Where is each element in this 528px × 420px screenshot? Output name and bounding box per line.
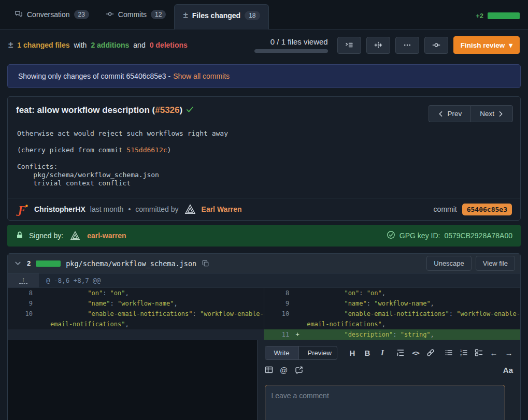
line-number[interactable]: 8 [264,288,293,298]
issue-ref-link[interactable]: #5326 [155,105,179,115]
view-file-button[interactable]: View file [476,256,515,271]
code-line: "name": "workflow-name", [45,298,264,309]
table-button[interactable] [265,366,273,374]
reference-button[interactable] [295,366,303,374]
expand-hunk-button[interactable]: ↑ [8,273,39,287]
write-tab[interactable]: Write [265,346,298,359]
signer-avatar[interactable] [68,229,82,242]
committer-name-link[interactable]: Earl Warren [202,205,242,213]
expand-up-icon: ↑ [19,277,27,284]
changed-files-link[interactable]: 1 changed files [17,41,69,49]
numbered-list-button[interactable]: 12 [460,349,468,357]
mention-button[interactable]: @ [280,366,288,374]
line-number[interactable]: 9 [8,298,37,309]
line-number[interactable]: 9 [264,298,293,309]
text-size-button[interactable]: Aa [503,366,513,374]
summary-text: with [74,41,87,49]
file-header: 2 pkg/schema/workflow_schema.json Unesca… [8,254,520,273]
copy-path-icon[interactable] [202,259,209,267]
tab-label: Commits [118,10,147,19]
split-view-toggle-button[interactable] [366,37,390,54]
bullet-list-button[interactable] [445,349,453,357]
changed-files-summary-row: ± 1 changed files with 2 additions and 0… [0,30,528,60]
tab-commits[interactable]: Commits 12 [97,4,175,25]
comment-textarea[interactable] [265,385,505,420]
commit-message-line: Otherwise act would reject such workflow… [17,129,228,137]
finish-review-button[interactable]: Finish review ▾ [453,36,520,54]
show-all-commits-link[interactable]: Show all commits [173,72,230,80]
lock-icon [16,231,24,241]
author-name-link[interactable]: ChristopherHX [34,205,85,213]
commit-label: commit [434,205,457,213]
quote-button[interactable] [396,349,405,357]
commit-nav: Prev Next [429,105,513,122]
line-number[interactable]: 11 [264,329,293,340]
hunk-header-row: ↑ @ -8,6 +8,7 @@ [8,273,520,288]
commit-sha-badge[interactable]: 65406c85e3 [462,204,512,215]
undo-arrow-left-icon[interactable]: ← [490,349,498,357]
more-options-button[interactable] [395,37,419,54]
cherry-pick-hash-link[interactable]: 515dd6612c [126,146,167,154]
diff-sign [37,309,45,329]
pr-files-changed-page: Conversation 23 Commits 12 ± Files chang… [0,0,528,420]
split-diff: 8 "on": "on",9 "name": "workflow-name",1… [8,288,520,340]
code-line: "enable-email-notifications": "workflow-… [302,309,520,329]
next-commit-button[interactable]: Next [470,105,513,122]
unescape-button[interactable]: Unescape [426,256,472,271]
cherry-pick-close: ) [167,146,172,154]
prev-commit-button[interactable]: Prev [429,105,470,122]
code-line: "name": "workflow-name", [302,298,520,309]
commit-box: feat: allow workflow description (#5326)… [7,96,521,221]
heading-button[interactable]: H [348,349,356,357]
diff-sign [37,298,45,309]
italic-button[interactable]: I [378,349,387,357]
diff-sign [293,298,302,309]
file-tree-toggle-button[interactable] [337,37,361,54]
commit-author-row: Ƒ ChristopherHX last month • committed b… [8,198,520,220]
diff-empty-row [8,329,264,340]
inline-comment-section: Write Preview H B I <> [8,340,520,420]
task-list-button[interactable] [475,349,483,357]
code-line: "on": "on", [45,288,264,298]
chevron-right-icon [498,111,504,117]
summary-actions: 0 / 1 files viewed Finish review ▾ [254,36,520,54]
file-path[interactable]: pkg/schema/workflow_schema.json [66,259,196,268]
tab-count-badge: 18 [245,11,260,20]
signed-by-label: Signed by: [29,231,63,240]
banner-text: Showing only changes of commit 65406c85e… [18,72,170,80]
commit-message: Otherwise act would reject such workflow… [8,124,520,198]
line-number[interactable]: 8 [8,288,37,298]
collapse-file-chevron-down-icon[interactable] [14,259,22,267]
signature-row: Signed by: earl-warren GPG key ID: 0579C… [7,225,521,247]
tab-label: Files changed [192,11,240,20]
preview-tab[interactable]: Preview [298,346,337,359]
committer-avatar[interactable] [183,202,197,216]
summary-text: and [133,41,145,49]
file-changes-count: 2 [27,259,31,267]
tab-files-changed[interactable]: ± Files changed 18 [174,4,268,30]
signer-name-link[interactable]: earl-warren [87,231,126,240]
bold-button[interactable]: B [363,349,372,357]
link-button[interactable] [426,349,435,357]
commit-select-button[interactable] [424,37,448,54]
diff-row: 8 "on": "on", [264,288,520,298]
diff-right-column: 8 "on": "on",9 "name": "workflow-name",1… [264,288,520,340]
tab-conversation[interactable]: Conversation 23 [6,4,97,25]
tab-label: Conversation [27,10,70,19]
redo-arrow-right-icon[interactable]: → [505,349,513,357]
diff-sign [293,288,302,298]
diff-row: 11+ "description": "string", [264,329,520,340]
line-number[interactable]: 10 [8,309,37,329]
code-button[interactable]: <> [411,349,420,357]
conflict-file: pkg/schema/workflow_schema.json [17,171,159,179]
svg-text:Ƒ: Ƒ [16,203,26,216]
line-number[interactable]: 10 [264,309,293,329]
diff-icon: ± [8,40,13,50]
diff-sign: + [293,329,302,340]
conflicts-label: Conflicts: [17,163,58,170]
tab-count-badge: 23 [74,10,89,19]
dot-separator: • [128,205,131,213]
author-avatar[interactable]: Ƒ [16,202,30,216]
pr-diff-stat: +2 [476,12,520,29]
conflict-note: trivial context conflict [17,179,131,187]
